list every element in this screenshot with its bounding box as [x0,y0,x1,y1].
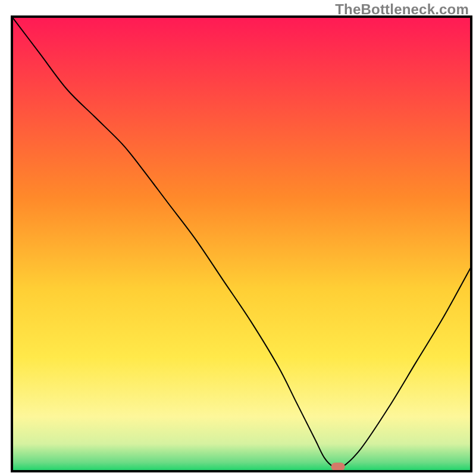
bottleneck-chart [0,0,476,476]
target-marker [331,462,345,471]
chart-container: TheBottleneck.com [0,0,476,476]
watermark-text: TheBottleneck.com [335,1,469,18]
gradient-background [12,17,471,471]
